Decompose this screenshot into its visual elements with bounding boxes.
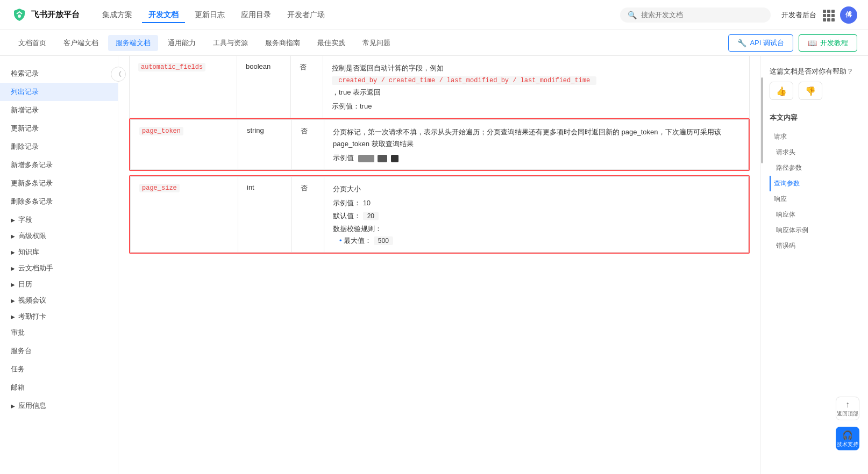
avatar[interactable]: 傅 [840, 6, 857, 24]
toc-item-label: 路径参数 [776, 164, 802, 171]
nav-item-3[interactable]: 应用目录 [234, 7, 278, 23]
search-icon: 🔍 [628, 11, 637, 19]
dev-portal-btn[interactable]: 开发者后台 [781, 10, 816, 20]
toc-item-path-params[interactable]: 路径参数 [770, 160, 859, 176]
sidebar-item-label: 删除记录 [11, 142, 39, 152]
nav-item-0[interactable]: 集成方案 [96, 7, 139, 23]
scroll-thumb [761, 77, 763, 163]
sub-nav-common[interactable]: 通用能力 [160, 35, 203, 51]
thumb-up-icon: 👍 [776, 86, 787, 96]
thumb-up-btn[interactable]: 👍 [770, 82, 793, 100]
cell-name: page_size [131, 176, 238, 252]
example-label: 示例值 [333, 154, 354, 162]
search-input[interactable] [641, 11, 763, 19]
sub-nav-provider[interactable]: 服务商指南 [258, 35, 308, 51]
sidebar-item-add-multi[interactable]: 新增多条记录 [0, 156, 118, 174]
toc-item-label: 请求头 [776, 148, 795, 156]
dev-tutorial-btn[interactable]: 📖 开发教程 [799, 34, 857, 52]
thumb-down-icon: 👎 [805, 86, 816, 96]
sub-nav-faq[interactable]: 常见问题 [355, 35, 398, 51]
cell-type: string [238, 119, 292, 169]
api-btn-label: API 调试台 [750, 38, 784, 48]
toc-item-request-header[interactable]: 请求头 [770, 145, 859, 160]
toc-item-response[interactable]: 响应 [770, 191, 859, 207]
cell-required: 否 [291, 56, 323, 118]
table-row: page_token string 否 分页标记，第一次请求不填，表示从头开始遍… [131, 119, 749, 169]
sidebar-item-search-record[interactable]: 检索记录 [0, 64, 118, 83]
nav-item-2[interactable]: 更新日志 [188, 7, 231, 23]
example-number: 10 [363, 199, 371, 207]
sub-nav-server-doc[interactable]: 服务端文档 [108, 35, 158, 51]
toc-item-label: 错误码 [776, 242, 795, 249]
sidebar-item-list-record[interactable]: 列出记录 [0, 83, 118, 101]
toc-item-label: 查询参数 [774, 179, 800, 187]
top-right-area: 开发者后台 傅 [781, 6, 857, 24]
param-name: page_size [139, 184, 180, 192]
api-debug-btn[interactable]: 🔧 API 调试台 [728, 34, 793, 52]
dev-icon: 📖 [808, 39, 817, 47]
sidebar-item-update-multi[interactable]: 更新多条记录 [0, 174, 118, 192]
param-required: 否 [300, 63, 307, 71]
sub-nav-right: 🔧 API 调试台 📖 开发教程 [728, 34, 857, 52]
cell-desc: 控制是否返回自动计算的字段，例如 created_by / created_ti… [323, 56, 750, 118]
param-type: boolean [246, 62, 271, 70]
dev-btn-label: 开发教程 [820, 38, 848, 48]
toc-item-response-example[interactable]: 响应体示例 [770, 222, 859, 238]
max-number: 500 [374, 236, 393, 245]
validation-text: 数据校验规则： [333, 225, 382, 233]
nav-links: 集成方案 开发文档 更新日志 应用目录 开发者广场 [96, 7, 609, 23]
param-desc: 分页标记，第一次请求不填，表示从头开始遍历；分页查询结果还有更多项时会同时返回新… [333, 126, 739, 150]
blur-value [358, 154, 400, 162]
logo-text: 飞书开放平台 [31, 10, 80, 20]
sidebar-item-add-record[interactable]: 新增记录 [0, 101, 118, 119]
param-type: string [247, 126, 264, 134]
blurred-text-3 [391, 155, 399, 162]
toc-item-label: 响应体 [776, 211, 795, 218]
toc-item-query-params[interactable]: 查询参数 [770, 176, 859, 191]
logo-icon [11, 6, 28, 24]
toc-item-error-code[interactable]: 错误码 [770, 238, 859, 254]
validation-label: 数据校验规则： [333, 224, 739, 234]
collapse-icon: 《 [115, 70, 122, 79]
scrollbar[interactable] [761, 56, 763, 254]
collapse-sidebar-btn[interactable]: 《 [111, 67, 126, 82]
sidebar: 检索记录 列出记录 新增记录 更新记录 删除记录 新增多条记录 更新多条记录 删… [0, 56, 118, 254]
sidebar-item-label: 删除多条记录 [11, 197, 53, 206]
cell-name: page_token [131, 119, 238, 169]
helpful-title: 这篇文档是否对你有帮助？ [770, 67, 859, 76]
sidebar-item-delete-record[interactable]: 删除记录 [0, 138, 118, 156]
sub-nav-tools[interactable]: 工具与资源 [205, 35, 255, 51]
max-val-row: • 最大值： 500 [333, 236, 739, 246]
sub-nav-client-doc[interactable]: 客户端文档 [56, 35, 106, 51]
thumb-down-btn[interactable]: 👎 [799, 82, 822, 100]
sidebar-item-label: 新增记录 [11, 105, 39, 115]
nav-item-4[interactable]: 开发者广场 [281, 7, 331, 23]
sidebar-group-advanced-perm[interactable]: ▶ 高级权限 [0, 227, 118, 243]
cell-required: 否 [292, 176, 324, 252]
toc-item-label: 请求 [774, 133, 787, 140]
right-panel: 这篇文档是否对你有帮助？ 👍 👎 本文内容 请求 请求头 路径参数 查询参数 响… [760, 56, 868, 254]
toc-title: 本文内容 [770, 113, 859, 123]
search-bar[interactable]: 🔍 [620, 8, 771, 23]
param-desc: 控制是否返回自动计算的字段，例如 created_by / created_ti… [332, 62, 741, 98]
sidebar-item-label: 更新多条记录 [11, 178, 53, 188]
blurred-text-1 [358, 155, 374, 162]
default-label: 默认值： [333, 212, 361, 220]
sub-nav-best-practice[interactable]: 最佳实践 [310, 35, 353, 51]
sidebar-item-label: 字段 [18, 215, 32, 225]
param-desc: 分页大小 [333, 183, 739, 195]
logo: 飞书开放平台 [11, 6, 80, 24]
toc-item-response-body[interactable]: 响应体 [770, 207, 859, 222]
sidebar-item-label: 知识库 [18, 247, 39, 254]
sidebar-group-field[interactable]: ▶ 字段 [0, 211, 118, 227]
param-name: automatic_fields [138, 63, 205, 71]
sidebar-item-update-record[interactable]: 更新记录 [0, 119, 118, 138]
sub-nav-doc-home[interactable]: 文档首页 [11, 35, 54, 51]
sidebar-item-delete-multi[interactable]: 删除多条记录 [0, 192, 118, 211]
default-val: 默认值： 20 [333, 211, 739, 221]
toc-item-request[interactable]: 请求 [770, 129, 859, 145]
sidebar-group-knowledge[interactable]: ▶ 知识库 [0, 243, 118, 254]
grid-icon[interactable] [823, 10, 834, 20]
sub-nav: 文档首页 客户端文档 服务端文档 通用能力 工具与资源 服务商指南 最佳实践 常… [0, 30, 868, 56]
nav-item-1[interactable]: 开发文档 [142, 7, 185, 23]
